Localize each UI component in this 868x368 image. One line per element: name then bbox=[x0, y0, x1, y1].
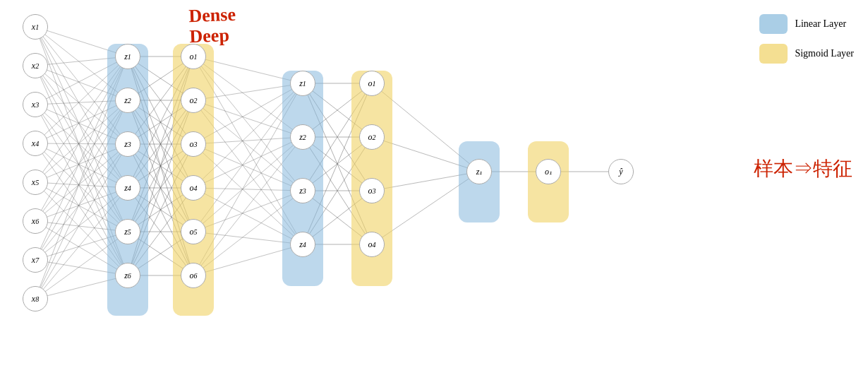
input-node-7: x7 bbox=[23, 247, 48, 273]
lin2-node-2: z2 bbox=[290, 124, 315, 150]
lin1-node-2: z2 bbox=[115, 88, 140, 113]
input-node-2: x2 bbox=[23, 53, 48, 78]
output-node: ŷ bbox=[608, 159, 634, 184]
lin2-node-1: z1 bbox=[290, 71, 315, 96]
sig1-node-5: o5 bbox=[181, 219, 206, 244]
lin1-node-4: z4 bbox=[115, 175, 140, 201]
lin1-node-3: z3 bbox=[115, 131, 140, 157]
legend: Linear Layer Sigmoid Layer bbox=[759, 14, 854, 64]
lin2-node-3: z3 bbox=[290, 178, 315, 203]
sig1-node-6: o6 bbox=[181, 263, 206, 288]
input-node-8: x8 bbox=[23, 286, 48, 311]
annotation-label: 样本⇒特征 bbox=[754, 155, 852, 182]
input-node-6: x6 bbox=[23, 208, 48, 234]
lin1-node-6: z6 bbox=[115, 263, 140, 288]
input-node-4: x4 bbox=[23, 131, 48, 156]
input-node-1: x1 bbox=[23, 14, 48, 40]
input-node-5: x5 bbox=[23, 170, 48, 195]
legend-sigmoid-label: Sigmoid Layer bbox=[795, 48, 854, 59]
lin3-node-1: z₁ bbox=[466, 159, 492, 184]
sig2-node-2: o2 bbox=[359, 124, 385, 150]
lin2-node-4: z4 bbox=[290, 232, 315, 257]
sig1-node-2: o2 bbox=[181, 88, 206, 113]
sig2-node-3: o3 bbox=[359, 178, 385, 203]
sig1-node-1: o1 bbox=[181, 44, 206, 69]
main-canvas: Dense Deep Linear Layer Sigmoid Layer 样本… bbox=[0, 0, 868, 368]
legend-linear: Linear Layer bbox=[759, 14, 854, 34]
sig1-node-4: o4 bbox=[181, 175, 206, 201]
legend-sigmoid-swatch bbox=[759, 44, 788, 64]
lin1-node-1: z1 bbox=[115, 44, 140, 69]
sig2-node-4: o4 bbox=[359, 232, 385, 257]
legend-sigmoid: Sigmoid Layer bbox=[759, 44, 854, 64]
legend-linear-label: Linear Layer bbox=[795, 18, 846, 30]
sig2-node-1: o1 bbox=[359, 71, 385, 96]
sig1-node-3: o3 bbox=[181, 131, 206, 157]
sig3-node-1: o₁ bbox=[536, 159, 561, 184]
legend-linear-swatch bbox=[759, 14, 788, 34]
dense-deep-label: Dense Deep bbox=[188, 5, 236, 47]
input-node-3: x3 bbox=[23, 92, 48, 117]
lin1-node-5: z5 bbox=[115, 219, 140, 244]
